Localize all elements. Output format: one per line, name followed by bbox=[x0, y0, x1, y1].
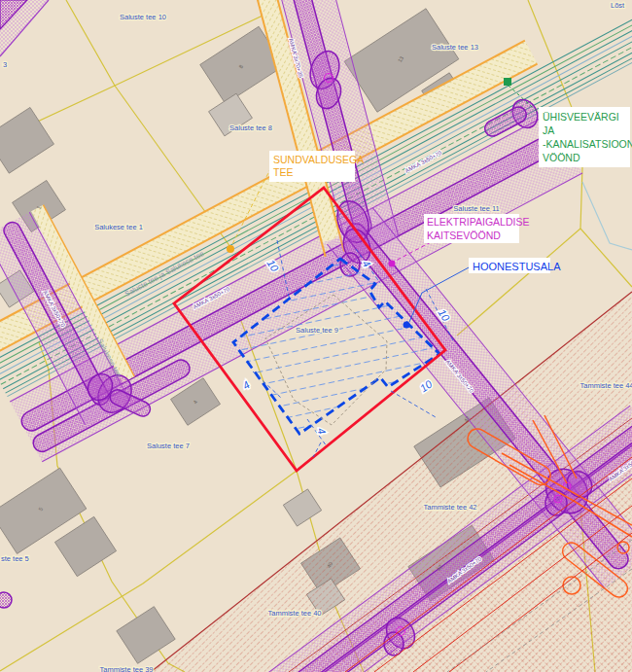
hoonestusala-label: HOONESTUSALA bbox=[473, 261, 561, 272]
sundvaldusega-tee-label: SUNDVALDUSEGA bbox=[273, 154, 364, 165]
yhisveevargi-label4: VÖÖND bbox=[543, 152, 580, 163]
parcel-label-saluste-tee-11: Saluste tee 11 bbox=[453, 204, 499, 213]
parcel-label-saluste-tee-5: ste tee 5 bbox=[1, 554, 29, 563]
yhisveevargi-label3: -KANALISATSIOONI bbox=[543, 138, 632, 150]
hoonestusala-point-marker bbox=[404, 322, 410, 329]
parcel-label-saluste-tee-13: Saluste tee 13 bbox=[432, 43, 478, 52]
parcel-label-tammiste-tee-40: Tammiste tee 40 bbox=[267, 609, 321, 618]
water-point-marker bbox=[504, 78, 511, 86]
parcel-label-edge-3: 3 bbox=[3, 60, 7, 69]
parcel-label-saluste-tee-7: Saluste tee 7 bbox=[147, 442, 190, 450]
elektripaigaldise-label2: KAITSEVÖÖND bbox=[427, 230, 501, 241]
parcel-label-tammiste-tee-44: Tammiste tee 44 bbox=[579, 381, 632, 390]
parcel-label-saluste-tee-8: Saluste tee 8 bbox=[229, 124, 272, 132]
road-point-marker bbox=[227, 245, 234, 253]
planning-map-canvas[interactable]: SUNDVALDUSEGA TEE ELEKTRIPAIGALDISE KAIT… bbox=[0, 0, 632, 672]
parcel-label-salukese-tee-1: Salukese tee 1 bbox=[94, 223, 143, 231]
yhisveevargi-label2: JA bbox=[543, 124, 554, 136]
sundvaldusega-tee-label2: TEE bbox=[273, 166, 293, 178]
elektripaigaldise-label: ELEKTRIPAIGALDISE bbox=[427, 216, 529, 228]
parcel-label-tammiste-tee-39: Tammiste tee 39 bbox=[99, 665, 153, 672]
yhisveevargi-label: ÜHISVEEVÄRGI bbox=[543, 111, 619, 123]
parcel-label-saluste-tee-10: Saluste tee 10 bbox=[120, 13, 166, 21]
cable-point-marker bbox=[389, 261, 396, 267]
map-drawing: SUNDVALDUSEGA TEE ELEKTRIPAIGALDISE KAIT… bbox=[0, 0, 632, 672]
parcel-label-edge-lost: Lõst bbox=[611, 1, 625, 10]
parcel-label-saluste-tee-9: Saluste tee 9 bbox=[296, 326, 338, 335]
parcel-label-tammiste-tee-42: Tammiste tee 42 bbox=[423, 503, 476, 512]
